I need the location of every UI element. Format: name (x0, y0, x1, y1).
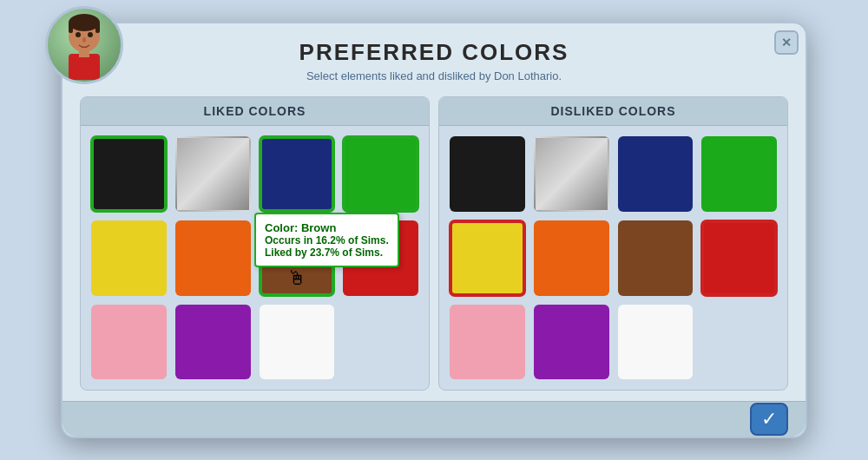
liked-color-swatch-green[interactable] (343, 136, 418, 212)
close-button[interactable]: ✕ (774, 30, 799, 55)
cursor-icon: 🖱 (287, 267, 306, 290)
svg-rect-3 (95, 23, 100, 33)
disliked-color-swatch-pink[interactable] (450, 305, 525, 380)
modal-body: Liked Colors Color: Brown Occurs in 16.2… (62, 89, 806, 401)
liked-colors-panel: Liked Colors Color: Brown Occurs in 16.2… (80, 96, 430, 391)
liked-color-swatch-black[interactable] (91, 136, 167, 212)
liked-color-swatch-purple[interactable] (175, 305, 251, 380)
modal-header: Preferred Colors Select elements liked a… (62, 23, 806, 89)
svg-rect-8 (79, 50, 89, 57)
liked-color-swatch-brown[interactable]: 🖱 (260, 220, 335, 296)
disliked-color-swatch-navy[interactable] (618, 136, 694, 212)
disliked-panel-header: Disliked Colors (439, 97, 787, 126)
disliked-color-swatch-gray[interactable] (534, 136, 609, 212)
liked-color-swatch-gray[interactable] (175, 136, 251, 212)
disliked-color-swatch-white[interactable] (618, 305, 694, 380)
preferred-colors-modal: ✕ Preferred Colors Select elements liked… (61, 22, 807, 438)
disliked-color-swatch-purple[interactable] (534, 305, 609, 380)
disliked-color-swatch-yellow[interactable] (450, 220, 525, 296)
modal-subtitle: Select elements liked and disliked by Do… (97, 69, 771, 82)
liked-color-swatch-white[interactable] (260, 305, 335, 380)
modal-title: Preferred Colors (97, 39, 771, 66)
svg-rect-2 (69, 23, 73, 33)
disliked-colors-panel: Disliked Colors (438, 96, 788, 391)
svg-point-4 (76, 32, 81, 37)
disliked-color-swatch-black[interactable] (450, 136, 525, 212)
svg-rect-7 (69, 54, 100, 80)
disliked-color-grid (439, 126, 787, 390)
liked-color-swatch-yellow[interactable] (91, 220, 167, 296)
liked-panel-header: Liked Colors (81, 97, 429, 126)
liked-color-swatch-navy[interactable] (260, 136, 335, 212)
disliked-color-swatch-orange[interactable] (534, 220, 609, 296)
liked-color-swatch-red[interactable] (343, 220, 418, 296)
modal-footer: ✓ (62, 401, 806, 437)
disliked-color-swatch-brown[interactable] (618, 220, 694, 296)
confirm-button[interactable]: ✓ (750, 403, 788, 436)
disliked-color-swatch-red[interactable] (701, 220, 777, 296)
svg-point-6 (82, 37, 86, 43)
disliked-color-swatch-green[interactable] (701, 136, 777, 212)
svg-point-5 (88, 32, 93, 37)
liked-color-swatch-orange[interactable] (175, 220, 251, 296)
liked-color-swatch-pink[interactable] (91, 305, 167, 380)
svg-point-1 (69, 14, 100, 31)
avatar (45, 6, 123, 84)
liked-color-grid: Color: Brown Occurs in 16.2% of Sims. Li… (81, 126, 429, 390)
